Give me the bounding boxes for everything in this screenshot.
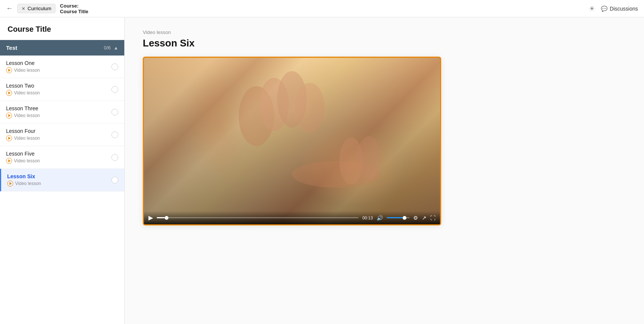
play-icon xyxy=(6,158,12,164)
lesson-checkbox[interactable] xyxy=(111,177,118,184)
play-pause-button[interactable]: ▶ xyxy=(148,214,153,221)
chevron-up-icon: ▲ xyxy=(114,45,118,51)
nav-right: ☀ 💬 Discussions xyxy=(589,5,638,13)
section-progress: 0/6 xyxy=(104,45,111,51)
lesson-name: Lesson Four xyxy=(6,128,40,134)
section-title: Test xyxy=(6,45,17,51)
lesson-checkbox[interactable] xyxy=(111,154,118,161)
lesson-item[interactable]: Lesson One Video lesson xyxy=(0,56,124,78)
sidebar: Course Title Test 0/6 ▲ Lesson One Video… xyxy=(0,17,125,324)
fullscreen-button[interactable]: ⛶ xyxy=(430,215,436,221)
section-meta: 0/6 ▲ xyxy=(104,45,118,51)
volume-bar[interactable] xyxy=(387,217,409,218)
lesson-name: Lesson Five xyxy=(6,151,40,157)
course-prefix: Course: xyxy=(60,3,88,9)
close-icon: ✕ xyxy=(22,6,25,11)
lesson-type: Video lesson xyxy=(7,181,41,187)
lesson-info: Lesson Three Video lesson xyxy=(6,105,40,119)
play-icon xyxy=(7,181,13,187)
lesson-name: Lesson Two xyxy=(6,83,40,89)
play-icon xyxy=(6,113,12,119)
lesson-type: Video lesson xyxy=(6,135,40,141)
settings-button[interactable]: ⚙ xyxy=(413,215,418,221)
lesson-name: Lesson Six xyxy=(7,173,41,179)
lesson-checkbox[interactable] xyxy=(111,63,118,70)
lesson-type: Video lesson xyxy=(6,90,40,96)
sidebar-course-title: Course Title xyxy=(0,17,124,40)
volume-button[interactable]: 🔊 xyxy=(377,215,383,221)
lesson-type: Video lesson xyxy=(6,113,40,119)
lesson-type-label: Video lesson xyxy=(14,90,40,96)
external-link-button[interactable]: ↗ xyxy=(422,215,426,221)
progress-bar[interactable] xyxy=(157,217,358,218)
lesson-name: Lesson Three xyxy=(6,105,40,111)
video-controls: ▶ 00:13 🔊 ⚙ ↗ ⛶ xyxy=(144,211,440,224)
video-thumbnail-svg xyxy=(144,58,440,224)
lesson-item[interactable]: Lesson Four Video lesson xyxy=(0,123,124,146)
curriculum-tab-label: Curriculum xyxy=(28,6,51,11)
lesson-checkbox[interactable] xyxy=(111,109,118,116)
course-label: Course: Course Title xyxy=(60,3,88,14)
lesson-type-label: Video lesson xyxy=(14,158,40,164)
discussions-button[interactable]: 💬 Discussions xyxy=(601,6,638,12)
play-button-center[interactable] xyxy=(144,224,164,225)
lesson-checkbox[interactable] xyxy=(111,131,118,138)
discussions-label: Discussions xyxy=(610,6,638,12)
play-icon xyxy=(6,90,12,96)
progress-fill xyxy=(157,217,165,218)
lesson-checkbox[interactable] xyxy=(111,86,118,93)
curriculum-tab[interactable]: ✕ Curriculum xyxy=(17,4,56,13)
lesson-item-active[interactable]: Lesson Six Video lesson xyxy=(0,169,124,191)
lesson-info: Lesson Five Video lesson xyxy=(6,151,40,164)
volume-dot xyxy=(403,216,406,220)
lesson-info: Lesson One Video lesson xyxy=(6,60,40,73)
theme-toggle-icon[interactable]: ☀ xyxy=(589,5,595,13)
svg-point-6 xyxy=(357,136,381,179)
top-navigation: ← ✕ Curriculum Course: Course Title ☀ 💬 … xyxy=(0,0,644,17)
lesson-item[interactable]: Lesson Two Video lesson xyxy=(0,78,124,101)
time-display: 00:13 xyxy=(362,216,373,220)
lesson-info: Lesson Two Video lesson xyxy=(6,83,40,96)
nav-left: ← ✕ Curriculum Course: Course Title xyxy=(6,3,88,14)
lesson-type-label: Video lesson xyxy=(14,68,40,73)
volume-fill xyxy=(387,217,403,218)
lesson-name: Lesson One xyxy=(6,60,40,66)
main-layout: Course Title Test 0/6 ▲ Lesson One Video… xyxy=(0,17,644,324)
play-icon xyxy=(6,135,12,141)
discussions-icon: 💬 xyxy=(601,6,607,12)
svg-point-3 xyxy=(295,83,324,133)
video-thumbnail xyxy=(144,58,440,224)
lesson-item[interactable]: Lesson Five Video lesson xyxy=(0,146,124,169)
lesson-info: Lesson Four Video lesson xyxy=(6,128,40,141)
progress-dot xyxy=(165,216,168,220)
video-wrapper: ▶ 00:13 🔊 ⚙ ↗ ⛶ xyxy=(143,57,441,225)
lesson-label: Video lesson xyxy=(143,29,626,35)
lesson-item[interactable]: Lesson Three Video lesson xyxy=(0,101,124,123)
lesson-info: Lesson Six Video lesson xyxy=(7,173,41,187)
video-container[interactable]: ▶ 00:13 🔊 ⚙ ↗ ⛶ xyxy=(144,58,440,224)
lesson-type-label: Video lesson xyxy=(14,136,40,141)
lesson-type-label: Video lesson xyxy=(14,113,40,118)
back-button[interactable]: ← xyxy=(6,5,13,12)
lesson-title: Lesson Six xyxy=(143,37,626,49)
main-content: Video lesson Lesson Six xyxy=(125,17,644,324)
lesson-type-label: Video lesson xyxy=(15,181,41,186)
lesson-type: Video lesson xyxy=(6,67,40,73)
section-header[interactable]: Test 0/6 ▲ xyxy=(0,40,124,56)
play-icon xyxy=(6,67,12,73)
lesson-type: Video lesson xyxy=(6,158,40,164)
course-title-nav: Course Title xyxy=(60,9,88,14)
